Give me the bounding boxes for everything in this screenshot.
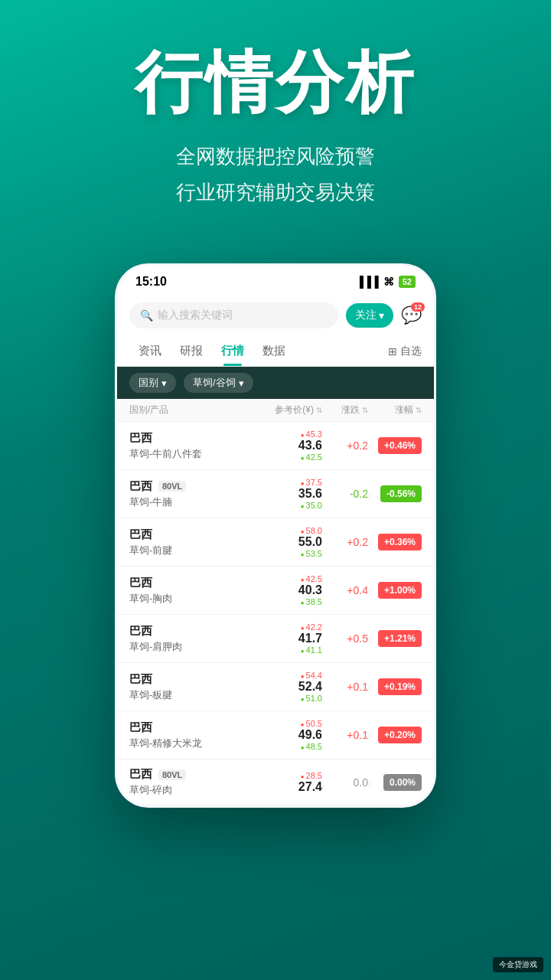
price-high: 45.3 xyxy=(253,430,322,439)
pct-badge: +1.00% xyxy=(378,582,422,599)
star-button[interactable]: ☆ xyxy=(363,681,373,693)
row-left: 巴西 草饲-精修大米龙 xyxy=(129,720,253,750)
phone-mockup: 15:10 ▐▐▐ ⌘ 52 🔍 输入搜索关键词 关注 ▾ 💬 12 xyxy=(0,240,551,808)
price-high: 42.2 xyxy=(253,622,322,632)
pct-badge: +1.21% xyxy=(378,630,422,647)
table-row[interactable]: 巴西 草饲-肩胛肉 42.2 41.7 41.1 ☆ +0.5 +1.21% xyxy=(117,615,434,663)
zixuan-label: 自选 xyxy=(400,345,422,358)
row-country: 巴西 80VL xyxy=(129,479,253,494)
row-price: 50.5 49.6 48.5 xyxy=(253,719,322,751)
follow-button[interactable]: 关注 ▾ xyxy=(346,303,393,328)
price-mid: 52.4 xyxy=(253,680,322,694)
price-low: 51.0 xyxy=(253,694,322,703)
row-pct: +0.19% xyxy=(368,678,422,695)
row-change: +0.1 xyxy=(322,729,368,741)
row-product: 草饲-牛前八件套 xyxy=(129,447,253,461)
star-button[interactable]: ☆ xyxy=(363,729,373,741)
chevron-down-icon: ▾ xyxy=(239,377,244,389)
row-pct: -0.56% xyxy=(368,485,422,502)
subtitle-line2: 行业研究辅助交易决策 xyxy=(31,175,520,211)
status-right: ▐▐▐ ⌘ 52 xyxy=(356,276,416,288)
star-button[interactable]: ☆ xyxy=(363,439,373,452)
search-box[interactable]: 🔍 输入搜索关键词 xyxy=(129,302,338,328)
sort-arrows-change[interactable]: ⇅ xyxy=(362,406,368,414)
row-product: 草饲-牛腩 xyxy=(129,495,253,509)
table-row[interactable]: 巴西 草饲-精修大米龙 50.5 49.6 48.5 ☆ +0.1 +0.20% xyxy=(117,711,434,760)
hero-title: 行情分析 xyxy=(31,46,520,120)
row-change: +0.1 xyxy=(322,681,368,693)
price-high: 50.5 xyxy=(253,719,322,728)
row-price: 54.4 52.4 51.0 xyxy=(253,671,322,703)
message-button[interactable]: 💬 12 xyxy=(401,305,422,325)
row-change: +0.4 xyxy=(322,584,368,596)
price-mid: 49.6 xyxy=(253,728,322,742)
search-icon: 🔍 xyxy=(140,309,153,322)
row-change: +0.2 xyxy=(322,536,368,548)
sort-arrows-pct[interactable]: ⇅ xyxy=(416,406,422,414)
row-pct: +0.46% xyxy=(368,437,422,454)
table-row[interactable]: 巴西 草饲-板腱 54.4 52.4 51.0 ☆ +0.1 +0.19% xyxy=(117,663,434,711)
row-country: 巴西 xyxy=(129,720,253,735)
pct-badge: +0.19% xyxy=(378,678,422,695)
filter-feed-label: 草饲/谷饲 xyxy=(193,376,236,390)
row-change: -0.2 xyxy=(322,488,368,500)
row-price: 58.0 55.0 53.5 xyxy=(253,526,322,558)
watermark: 今金贷游戏 xyxy=(493,957,543,972)
price-mid: 43.6 xyxy=(253,439,322,452)
price-mid: 40.3 xyxy=(253,583,322,597)
pct-badge: 0.00% xyxy=(383,774,422,791)
star-button[interactable]: ☆ xyxy=(363,632,373,645)
row-country: 巴西 xyxy=(129,431,253,446)
table-row[interactable]: 巴西 80VL 草饲-牛腩 37.5 35.6 35.0 ☆ -0.2 -0.5… xyxy=(117,470,434,518)
price-high: 58.0 xyxy=(253,526,322,535)
zixuan-button[interactable]: ⊞ 自选 xyxy=(388,345,422,358)
row-product: 草饲-精修大米龙 xyxy=(129,737,253,750)
tab-data[interactable]: 数据 xyxy=(253,336,295,366)
filter-feed[interactable]: 草饲/谷饲 ▾ xyxy=(184,373,253,393)
wifi-icon: ⌘ xyxy=(383,276,394,288)
table-row[interactable]: 巴西 草饲-胸肉 42.5 40.3 38.5 ☆ +0.4 +1.00% xyxy=(117,567,434,615)
table-row[interactable]: 巴西 草饲-牛前八件套 45.3 43.6 42.5 ☆ +0.2 +0.46% xyxy=(117,422,434,470)
tab-market[interactable]: 行情 xyxy=(212,336,253,366)
price-mid: 27.4 xyxy=(253,780,322,794)
star-button[interactable]: ☆ xyxy=(363,584,373,596)
price-mid: 55.0 xyxy=(253,535,322,549)
row-country: 巴西 xyxy=(129,576,253,590)
hero-section: 行情分析 全网数据把控风险预警 行业研究辅助交易决策 xyxy=(0,0,551,240)
table-row[interactable]: 巴西 80VL 草饲-碎肉 28.5 27.4 ☆ 0.0 0.00% xyxy=(117,760,434,805)
tab-news[interactable]: 资讯 xyxy=(129,336,171,366)
price-high: 28.5 xyxy=(253,771,322,780)
chevron-down-icon: ▾ xyxy=(379,309,384,322)
nav-tabs: 资讯 研报 行情 数据 ⊞ 自选 xyxy=(117,336,434,367)
pct-badge: +0.36% xyxy=(378,534,422,550)
star-button[interactable]: ☆ xyxy=(363,488,373,500)
row-price: 42.2 41.7 41.1 xyxy=(253,622,322,655)
row-country: 巴西 xyxy=(129,624,253,639)
price-low: 38.5 xyxy=(253,597,322,606)
row-left: 巴西 草饲-板腱 xyxy=(129,672,253,702)
row-badge: 80VL xyxy=(158,769,186,780)
price-low: 48.5 xyxy=(253,742,322,751)
row-product: 草饲-肩胛肉 xyxy=(129,640,253,654)
tab-research[interactable]: 研报 xyxy=(171,336,212,366)
phone-frame: 15:10 ▐▐▐ ⌘ 52 🔍 输入搜索关键词 关注 ▾ 💬 12 xyxy=(115,263,436,808)
row-left: 巴西 草饲-胸肉 xyxy=(129,576,253,606)
filter-country[interactable]: 国别 ▾ xyxy=(129,373,176,393)
table-row[interactable]: 巴西 草饲-前腱 58.0 55.0 53.5 ☆ +0.2 +0.36% xyxy=(117,518,434,567)
subtitle-line1: 全网数据把控风险预警 xyxy=(31,139,520,175)
message-badge: 12 xyxy=(411,302,425,312)
price-high: 37.5 xyxy=(253,478,322,487)
star-button[interactable]: ☆ xyxy=(363,776,373,789)
row-product: 草饲-胸肉 xyxy=(129,592,253,606)
row-left: 巴西 草饲-牛前八件套 xyxy=(129,431,253,461)
row-left: 巴西 草饲-前腱 xyxy=(129,528,253,557)
sort-arrows-price[interactable]: ⇅ xyxy=(316,406,322,414)
signal-icon: ▐▐▐ xyxy=(356,276,379,288)
row-pct: +0.20% xyxy=(368,727,422,743)
row-price: 45.3 43.6 42.5 xyxy=(253,430,322,462)
star-button[interactable]: ☆ xyxy=(363,536,373,548)
th-pct: 涨幅 ⇅ xyxy=(368,403,422,416)
search-placeholder: 输入搜索关键词 xyxy=(158,309,233,322)
search-area: 🔍 输入搜索关键词 关注 ▾ 💬 12 xyxy=(117,295,434,336)
table-header: 国别/产品 参考价(¥) ⇅ 涨跌 ⇅ 涨幅 ⇅ xyxy=(117,399,434,422)
